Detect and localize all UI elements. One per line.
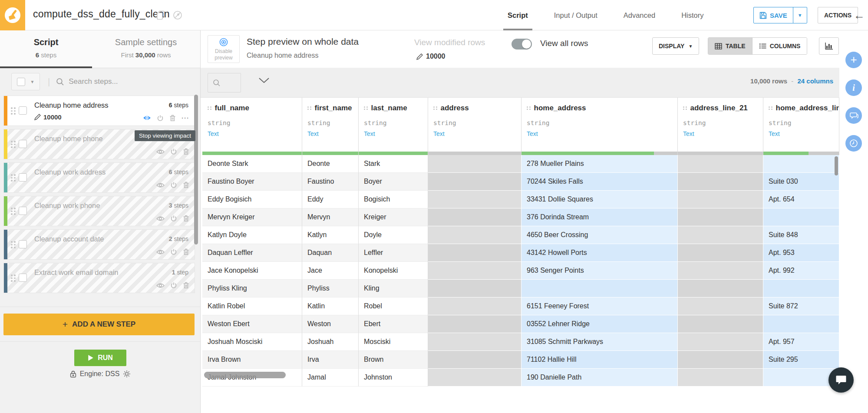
- cell-home_address_lin[interactable]: Apt. 992: [763, 262, 839, 280]
- cell-address_line_21[interactable]: [678, 155, 763, 173]
- cell-first_name[interactable]: Daquan: [302, 244, 359, 262]
- cell-full_name[interactable]: Eddy Bogisich: [202, 191, 302, 208]
- view-impact-button[interactable]: [156, 149, 165, 155]
- cell-address_line_21[interactable]: [678, 226, 763, 244]
- tab-input-output[interactable]: Input / Output: [552, 0, 599, 30]
- view-impact-button[interactable]: [156, 182, 165, 188]
- column-type[interactable]: string: [433, 119, 516, 126]
- drag-handle-icon[interactable]: [11, 274, 16, 282]
- column-header-full_name[interactable]: full_namestringText: [202, 98, 302, 155]
- cell-address_line_21[interactable]: [678, 244, 763, 262]
- cell-home_address[interactable]: 31085 Schmitt Parkways: [521, 333, 678, 351]
- columns-count-link[interactable]: 24 columns: [797, 77, 833, 85]
- delete-step-button[interactable]: [169, 115, 176, 122]
- expand-filters-chevron-icon[interactable]: [258, 77, 270, 83]
- display-dropdown-button[interactable]: DISPLAY ▼: [652, 37, 699, 55]
- column-quality-bar[interactable]: [763, 152, 839, 155]
- view-rows-toggle[interactable]: [512, 39, 532, 50]
- cell-home_address_lin[interactable]: [763, 369, 839, 387]
- cell-home_address_lin[interactable]: [763, 208, 839, 226]
- column-type[interactable]: string: [527, 119, 672, 126]
- cell-full_name[interactable]: Irva Brown: [202, 351, 302, 369]
- cell-full_name[interactable]: Deonte Stark: [202, 155, 302, 173]
- drag-handle-icon[interactable]: [769, 106, 772, 110]
- cell-first_name[interactable]: Phyliss: [302, 280, 359, 297]
- disable-preview-button[interactable]: Disable preview: [208, 35, 240, 63]
- cell-home_address[interactable]: 43142 Howell Ports: [521, 244, 678, 262]
- cell-last_name[interactable]: Johnston: [359, 369, 428, 387]
- actions-button[interactable]: ACTIONS: [818, 7, 858, 23]
- step-checkbox[interactable]: [19, 140, 27, 148]
- horizontal-scrollbar[interactable]: [204, 372, 286, 378]
- drag-handle-icon[interactable]: [307, 106, 311, 110]
- step-checkbox[interactable]: [19, 240, 27, 248]
- cell-last_name[interactable]: Ebert: [359, 315, 428, 333]
- cell-home_address_lin[interactable]: [763, 155, 839, 173]
- save-button[interactable]: SAVE: [754, 7, 793, 23]
- column-meaning[interactable]: Text: [683, 130, 758, 137]
- cell-home_address[interactable]: 6151 Feeney Forest: [521, 297, 678, 315]
- column-meaning[interactable]: Text: [527, 130, 672, 137]
- cell-address[interactable]: [428, 191, 521, 208]
- cell-full_name[interactable]: Katlyn Doyle: [202, 226, 302, 244]
- cell-address[interactable]: [428, 351, 521, 369]
- cell-first_name[interactable]: Irva: [302, 351, 359, 369]
- cell-home_address[interactable]: 03552 Lehner Ridge: [521, 315, 678, 333]
- collapse-panel-arrow-icon[interactable]: ←: [854, 9, 865, 22]
- column-header-address[interactable]: addressstringText: [428, 98, 521, 155]
- tab-history[interactable]: History: [680, 0, 705, 30]
- column-type[interactable]: string: [769, 119, 834, 126]
- cell-home_address[interactable]: 4650 Beer Crossing: [521, 226, 678, 244]
- sidebar-tab-script[interactable]: Script 6 steps: [0, 30, 92, 68]
- drag-handle-icon[interactable]: [11, 107, 16, 115]
- step-card-6[interactable]: Extract work email domain1 step: [3, 263, 195, 293]
- cell-home_address[interactable]: 70244 Skiles Falls: [521, 173, 678, 191]
- cell-last_name[interactable]: Doyle: [359, 226, 428, 244]
- disable-step-button[interactable]: [170, 148, 177, 155]
- disable-step-button[interactable]: [170, 282, 177, 289]
- cell-last_name[interactable]: Leffler: [359, 244, 428, 262]
- cell-home_address_lin[interactable]: Apt. 953: [763, 244, 839, 262]
- cell-home_address[interactable]: 33431 Dollie Squares: [521, 191, 678, 208]
- view-impact-button[interactable]: [156, 249, 165, 255]
- view-all-rows-label[interactable]: View all rows: [540, 39, 588, 48]
- cell-address[interactable]: [428, 297, 521, 315]
- cell-first_name[interactable]: Faustino: [302, 173, 359, 191]
- drag-handle-icon[interactable]: [11, 208, 16, 215]
- cell-last_name[interactable]: Mosciski: [359, 333, 428, 351]
- cell-address_line_21[interactable]: [678, 369, 763, 387]
- cell-address_line_21[interactable]: [678, 315, 763, 333]
- drag-handle-icon[interactable]: [527, 106, 531, 110]
- run-button[interactable]: RUN: [74, 350, 126, 366]
- no-schedule-icon[interactable]: [173, 10, 182, 20]
- steps-scrollbar[interactable]: [194, 95, 198, 244]
- cell-first_name[interactable]: Jace: [302, 262, 359, 280]
- cell-address[interactable]: [428, 262, 521, 280]
- column-type[interactable]: string: [208, 119, 297, 126]
- cell-address[interactable]: [428, 369, 521, 387]
- add-insight-button[interactable]: +: [845, 52, 862, 68]
- cell-home_address[interactable]: 963 Senger Points: [521, 262, 678, 280]
- cell-full_name[interactable]: Jace Konopelski: [202, 262, 302, 280]
- details-button[interactable]: i: [845, 79, 862, 96]
- column-meaning[interactable]: Text: [364, 130, 422, 137]
- cell-home_address_lin[interactable]: Suite 030: [763, 173, 839, 191]
- cell-home_address_lin[interactable]: Suite 848: [763, 226, 839, 244]
- drag-handle-icon[interactable]: [433, 106, 437, 110]
- drag-handle-icon[interactable]: [11, 241, 16, 248]
- column-type[interactable]: string: [364, 119, 422, 126]
- cell-home_address_lin[interactable]: [763, 315, 839, 333]
- cell-address[interactable]: [428, 226, 521, 244]
- column-header-home_address_lin[interactable]: home_address_linstringText: [763, 98, 839, 155]
- disable-step-button[interactable]: [157, 115, 164, 122]
- column-header-address_line_21[interactable]: address_line_21stringText: [678, 98, 763, 155]
- cell-home_address[interactable]: 278 Mueller Plains: [521, 155, 678, 173]
- step-card-1[interactable]: Cleanup home address6 steps10000···: [3, 96, 195, 126]
- cell-first_name[interactable]: Katlyn: [302, 226, 359, 244]
- cell-last_name[interactable]: Konopelski: [359, 262, 428, 280]
- more-actions-icon[interactable]: ···: [182, 114, 189, 122]
- view-impact-button[interactable]: [156, 282, 165, 289]
- tab-script[interactable]: Script: [506, 0, 530, 30]
- disable-step-button[interactable]: [170, 248, 177, 255]
- step-checkbox[interactable]: [19, 207, 27, 215]
